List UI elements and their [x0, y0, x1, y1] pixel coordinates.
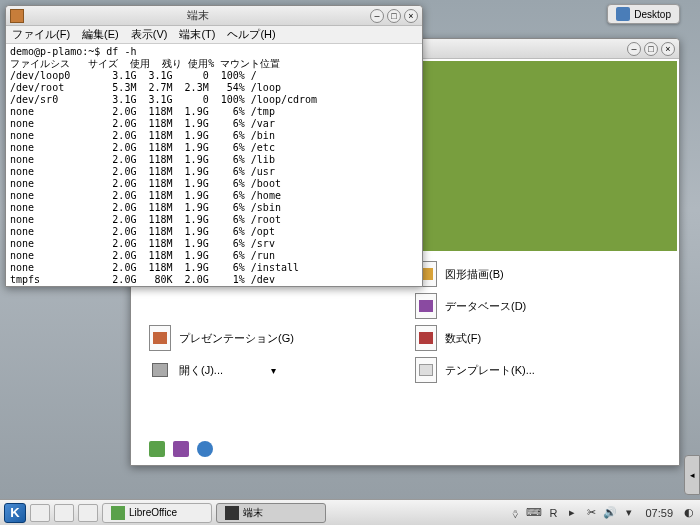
task-terminal[interactable]: 端末: [216, 503, 326, 523]
menu-view[interactable]: 表示(V): [131, 27, 168, 42]
libreoffice-footer: [131, 433, 679, 465]
menu-edit[interactable]: 編集(E): [82, 27, 119, 42]
pager-button[interactable]: [30, 504, 50, 522]
clock[interactable]: 07:59: [641, 507, 677, 519]
impress-icon: [149, 325, 171, 351]
expand-tray-icon[interactable]: ▸: [565, 506, 579, 520]
new-drawing-button[interactable]: 図形描画(B): [415, 261, 661, 287]
desktop-icon: [616, 7, 630, 21]
extensions-icon[interactable]: [149, 441, 165, 457]
template-icon: [415, 357, 437, 383]
tray-chevron-icon[interactable]: ▾: [622, 506, 636, 520]
desktop-widget-label: Desktop: [634, 9, 671, 20]
system-tray: ⎀ ⌨ R ▸ ✂ 🔊 ▾ 07:59 ◐: [508, 506, 696, 520]
menu-terminal[interactable]: 端末(T): [179, 27, 215, 42]
close-button[interactable]: ×: [404, 9, 418, 23]
templates-button[interactable]: テンプレート(K)...: [415, 357, 661, 383]
new-database-button[interactable]: データベース(D): [415, 293, 661, 319]
panel-side-tab[interactable]: ◂: [684, 455, 700, 495]
terminal-window: 端末 – □ × ファイル(F) 編集(E) 表示(V) 端末(T) ヘルプ(H…: [5, 5, 423, 287]
new-formula-button[interactable]: 数式(F): [415, 325, 661, 351]
libreoffice-icon: [111, 506, 125, 520]
open-document-button[interactable]: 開く(J)... ▾: [149, 357, 395, 383]
addons-icon[interactable]: [173, 441, 189, 457]
maximize-button[interactable]: □: [644, 42, 658, 56]
show-desktop-button[interactable]: [54, 504, 74, 522]
desktop-pager-widget[interactable]: Desktop: [607, 4, 680, 24]
new-presentation-button[interactable]: プレゼンテーション(G): [149, 325, 395, 351]
application-launcher-button[interactable]: K: [4, 503, 26, 523]
terminal-menubar: ファイル(F) 編集(E) 表示(V) 端末(T) ヘルプ(H): [6, 26, 422, 44]
scissors-icon[interactable]: ✂: [584, 506, 598, 520]
minimize-button[interactable]: –: [370, 9, 384, 23]
base-icon: [415, 293, 437, 319]
menu-help[interactable]: ヘルプ(H): [227, 27, 275, 42]
close-button[interactable]: ×: [661, 42, 675, 56]
volume-icon[interactable]: 🔊: [603, 506, 617, 520]
panel-settings-icon[interactable]: ◐: [682, 506, 696, 520]
display-icon[interactable]: R: [546, 506, 560, 520]
minimize-button[interactable]: –: [627, 42, 641, 56]
info-icon[interactable]: [197, 441, 213, 457]
math-icon: [415, 325, 437, 351]
maximize-button[interactable]: □: [387, 9, 401, 23]
terminal-icon: [225, 506, 239, 520]
terminal-output[interactable]: demo@p-plamo:~$ df -h ファイルシス サイズ 使用 残り 使…: [6, 44, 422, 286]
filemanager-button[interactable]: [78, 504, 98, 522]
task-libreoffice[interactable]: LibreOffice: [102, 503, 212, 523]
taskbar: K LibreOffice 端末 ⎀ ⌨ R ▸ ✂ 🔊 ▾ 07:59 ◐: [0, 499, 700, 525]
terminal-titlebar[interactable]: 端末 – □ ×: [6, 6, 422, 26]
input-method-icon[interactable]: ⎀: [508, 506, 522, 520]
menu-file[interactable]: ファイル(F): [12, 27, 70, 42]
chevron-down-icon[interactable]: ▾: [271, 365, 276, 376]
window-title: 端末: [28, 8, 367, 23]
keyboard-icon[interactable]: ⌨: [527, 506, 541, 520]
folder-open-icon: [149, 357, 171, 383]
app-icon: [10, 9, 24, 23]
